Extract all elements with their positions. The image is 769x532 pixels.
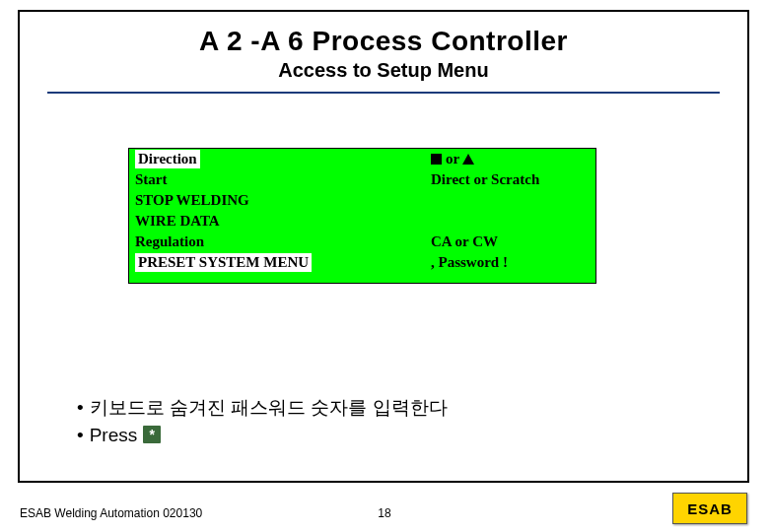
- row-label: Start: [135, 171, 168, 187]
- row-value-text: Direct or Scratch: [431, 171, 539, 188]
- bullet-item: • Press *: [77, 422, 448, 449]
- slide-title: A 2 -A 6 Process Controller: [20, 26, 747, 57]
- triangle-up-icon: [462, 154, 474, 165]
- bullet-item: • 키보드로 숨겨진 패스워드 숫자를 입력한다: [77, 394, 448, 422]
- screen-cell-right: , Password !: [425, 254, 595, 271]
- screen-cell-left: Direction: [129, 150, 425, 168]
- row-value-text: CA or CW: [431, 233, 498, 250]
- row-label: STOP WELDING: [135, 192, 249, 208]
- row-label: Regulation: [135, 233, 204, 249]
- divider: [47, 92, 720, 94]
- bullet-list: • 키보드로 숨겨진 패스워드 숫자를 입력한다 • Press *: [77, 394, 448, 448]
- screen-cell-left: WIRE DATA: [129, 213, 425, 230]
- lcd-screen: Direction or Start Direct or Scratch STO…: [128, 148, 596, 284]
- row-label: WIRE DATA: [135, 213, 220, 229]
- bullet-text: 키보드로 숨겨진 패스워드 숫자를 입력한다: [90, 394, 448, 422]
- row-label: Direction: [135, 150, 200, 168]
- screen-cell-left: Start: [129, 171, 425, 188]
- screen-cell-right: CA or CW: [425, 233, 595, 250]
- screen-row: STOP WELDING: [129, 190, 595, 211]
- slide-frame: A 2 -A 6 Process Controller Access to Se…: [18, 10, 749, 483]
- asterisk-key-icon: *: [143, 426, 161, 443]
- row-label: PRESET SYSTEM MENU: [135, 253, 312, 272]
- screen-row: Regulation CA or CW: [129, 232, 595, 252]
- bullet-dot-icon: •: [77, 422, 84, 449]
- esab-logo: ESAB: [672, 493, 747, 524]
- screen-cell-right: Direct or Scratch: [425, 171, 595, 188]
- screen-row: WIRE DATA: [129, 211, 595, 232]
- square-icon: [431, 154, 442, 165]
- row-value-text: , Password !: [431, 254, 508, 271]
- screen-row: Start Direct or Scratch: [129, 169, 595, 190]
- slide-subtitle: Access to Setup Menu: [20, 59, 747, 82]
- bullet-text: Press: [90, 422, 138, 449]
- screen-cell-left: Regulation: [129, 233, 425, 250]
- screen-cell-right: or: [425, 151, 595, 167]
- page-number: 18: [0, 506, 769, 520]
- screen-cell-left: PRESET SYSTEM MENU: [129, 253, 425, 272]
- row-value-text: or: [446, 151, 459, 167]
- screen-cell-left: STOP WELDING: [129, 192, 425, 209]
- screen-row: PRESET SYSTEM MENU , Password !: [129, 252, 595, 273]
- screen-row: Direction or: [129, 149, 595, 169]
- bullet-dot-icon: •: [77, 394, 84, 422]
